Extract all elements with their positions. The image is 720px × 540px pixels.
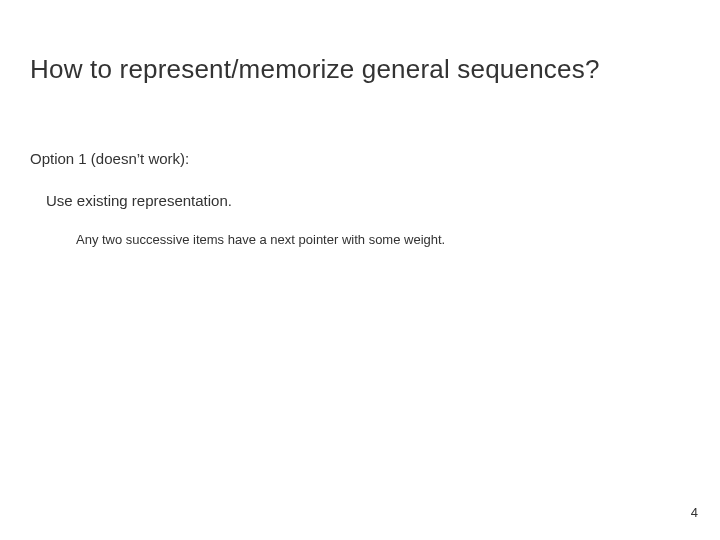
option-description: Use existing representation. bbox=[46, 192, 232, 209]
slide-title: How to represent/memorize general sequen… bbox=[30, 54, 600, 85]
slide: How to represent/memorize general sequen… bbox=[0, 0, 720, 540]
page-number: 4 bbox=[691, 505, 698, 520]
option-detail-line: Any two successive items have a next poi… bbox=[76, 232, 445, 247]
option-heading: Option 1 (doesn’t work): bbox=[30, 150, 189, 167]
